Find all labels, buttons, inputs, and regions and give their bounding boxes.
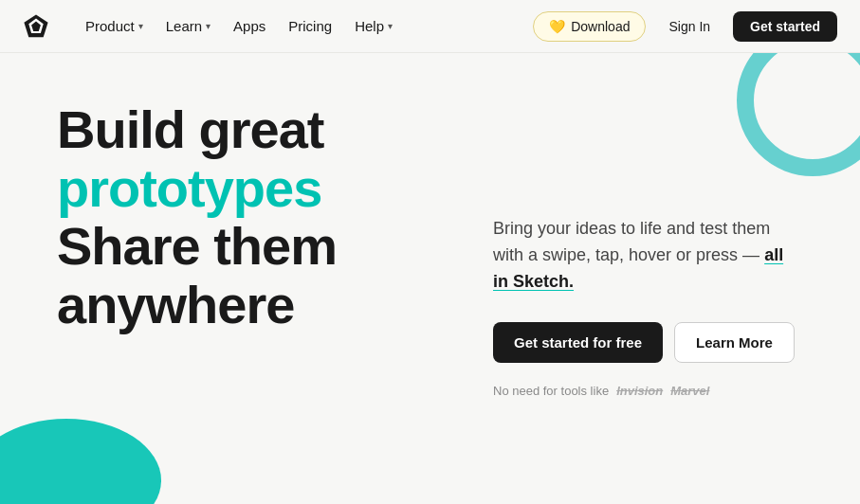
nav-item-product[interactable]: Product ▾ (76, 12, 153, 40)
nav-item-learn[interactable]: Learn ▾ (156, 12, 220, 40)
chevron-down-icon: ▾ (206, 21, 210, 31)
tool1-logo: Invision (616, 384, 663, 398)
signin-button[interactable]: Sign In (655, 12, 723, 41)
no-need-section: No need for tools like Invision Marvel (493, 384, 803, 398)
logo[interactable] (23, 13, 49, 40)
nav-links: Product ▾ Learn ▾ Apps Pricing Help ▾ (76, 12, 533, 40)
headline-line1: Build great (57, 99, 323, 159)
nav-item-apps[interactable]: Apps (224, 12, 275, 40)
getstarted-button[interactable]: Get started (733, 11, 837, 42)
chevron-down-icon: ▾ (388, 21, 393, 31)
headline-line4: anywhere (57, 275, 294, 334)
nav-item-pricing[interactable]: Pricing (279, 12, 341, 40)
hero-description: Bring your ideas to life and test them w… (493, 216, 803, 296)
headline-line2-accent: prototypes (57, 158, 321, 218)
download-button[interactable]: 💛 Download (533, 11, 646, 42)
hero-cta-group: Get started for free Learn More (493, 322, 803, 363)
hero-section: Build great prototypes Share them anywhe… (0, 53, 860, 504)
chevron-down-icon: ▾ (138, 21, 143, 31)
headline-line3: Share them (57, 216, 337, 276)
hero-headline-block: Build great prototypes Share them anywhe… (57, 91, 455, 504)
nav-actions: 💛 Download Sign In Get started (533, 11, 837, 42)
tool2-logo: Marvel (670, 384, 709, 398)
navbar: Product ▾ Learn ▾ Apps Pricing Help ▾ 💛 … (0, 0, 860, 53)
hero-content-block: Bring your ideas to life and test them w… (455, 91, 803, 504)
hero-headline: Build great prototypes Share them anywhe… (57, 100, 455, 333)
download-icon: 💛 (549, 19, 565, 34)
cta-primary-button[interactable]: Get started for free (493, 322, 663, 363)
nav-item-help[interactable]: Help ▾ (345, 12, 402, 40)
cta-secondary-button[interactable]: Learn More (674, 322, 795, 363)
